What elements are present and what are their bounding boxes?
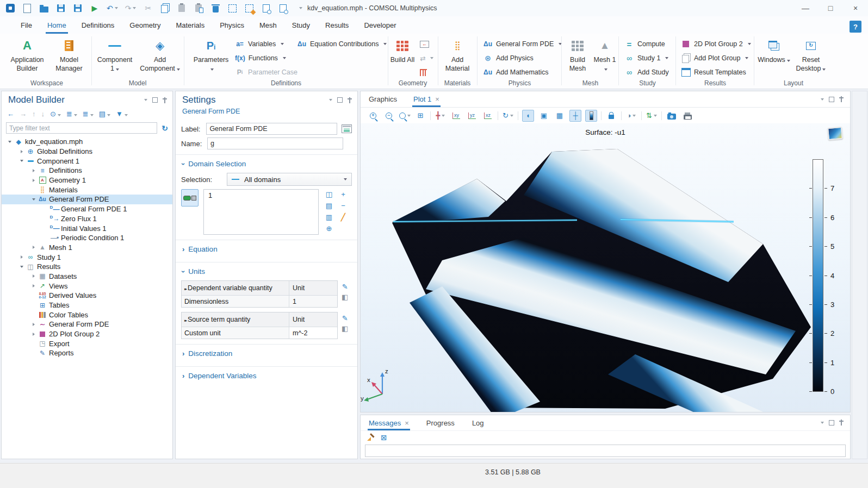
redo-icon[interactable]: ↷ xyxy=(125,3,137,14)
collapsed-side-strip[interactable] xyxy=(852,91,867,459)
panel-menu-icon[interactable] xyxy=(329,99,332,101)
create-selection-button[interactable]: ◫ xyxy=(324,189,334,199)
float-panel-icon[interactable] xyxy=(829,97,834,102)
paste-selection-button[interactable]: ▥ xyxy=(324,212,334,222)
expander-icon[interactable] xyxy=(30,323,38,326)
mesh-1-button[interactable]: ▲ Mesh 1 xyxy=(593,37,617,73)
close-button[interactable]: × xyxy=(843,0,868,16)
zoom-in-icon[interactable]: + xyxy=(367,110,379,122)
back-icon[interactable]: ← xyxy=(7,110,14,118)
add-to-selection-button[interactable]: + xyxy=(338,189,349,199)
cut-icon[interactable]: ✂ xyxy=(143,3,153,14)
menu-geometry[interactable]: Geometry xyxy=(122,16,168,34)
remove-from-selection-button[interactable]: − xyxy=(338,201,349,210)
float-panel-icon[interactable] xyxy=(152,97,158,103)
clear-selection-button[interactable]: ╱ xyxy=(338,212,349,222)
tree-item-general-form-pde[interactable]: Δu General Form PDE xyxy=(2,195,172,204)
pin-panel-icon[interactable] xyxy=(163,97,167,103)
table-row[interactable]: Custom unit m^-2 xyxy=(182,327,337,339)
filter-icon[interactable]: ▼ xyxy=(116,110,128,118)
tab-progress[interactable]: Progress xyxy=(426,415,455,430)
tree-item-initial-values-1[interactable]: D— Initial Values 1 xyxy=(2,223,172,233)
section-domain-selection[interactable]: › Domain Selection xyxy=(181,155,352,172)
pin-panel-icon[interactable] xyxy=(348,97,352,103)
help-button[interactable]: ? xyxy=(850,21,861,33)
refresh-icon[interactable]: ↻ xyxy=(162,124,168,133)
show-icon[interactable]: ⊙ xyxy=(50,110,61,118)
copy-selection-button[interactable]: ▤ xyxy=(324,201,334,210)
tree-item-materials[interactable]: ⣿ Materials xyxy=(2,185,172,195)
tree-item-export[interactable]: ◳ Export xyxy=(2,339,172,348)
find-replace-icon[interactable] xyxy=(278,3,288,14)
tree-item-periodic-condition-1[interactable]: —• Periodic Condition 1 xyxy=(2,233,172,243)
virtual-operations-button[interactable] xyxy=(420,66,427,78)
section-dependent-variables[interactable]: › Dependent Variables xyxy=(181,367,352,384)
menu-materials[interactable]: Materials xyxy=(168,16,212,34)
transparency-icon[interactable]: ▣ xyxy=(538,110,550,122)
collapse-all-icon[interactable]: ≣ xyxy=(66,110,77,118)
tree-item-color-tables[interactable]: Color Tables xyxy=(2,310,172,320)
save-as-icon[interactable] xyxy=(73,3,83,14)
panel-menu-icon[interactable] xyxy=(821,98,824,101)
delete-icon[interactable] xyxy=(210,3,220,14)
snapshot-icon[interactable] xyxy=(666,110,678,122)
zoom-box-icon[interactable] xyxy=(399,110,411,122)
tree-item-global-definitions[interactable]: ⊕ Global Definitions xyxy=(2,147,172,157)
functions-button[interactable]: f(x) Functions xyxy=(235,52,286,64)
duplicate-icon[interactable] xyxy=(194,3,203,14)
section-equation[interactable]: › Equation xyxy=(181,240,352,257)
expander-icon[interactable] xyxy=(30,246,38,249)
add-material-button[interactable]: ⣿ Add Material xyxy=(439,37,475,73)
table-row[interactable]: Dimensionless 1 xyxy=(182,296,337,307)
lock-view-icon[interactable] xyxy=(605,110,617,122)
comsol-logo-icon[interactable] xyxy=(5,3,15,14)
add-plot-group-button[interactable]: Add Plot Group xyxy=(681,52,748,64)
expander-icon[interactable] xyxy=(30,274,38,278)
physics-interface-button[interactable]: Δu General Form PDE xyxy=(483,38,562,50)
tree-item-general-form-pde-1[interactable]: D— General Form PDE 1 xyxy=(2,204,172,214)
menu-study[interactable]: Study xyxy=(284,16,318,34)
zoom-extents-icon[interactable]: ⊞ xyxy=(414,110,426,122)
parameters-button[interactable]: Pi Parameters xyxy=(191,37,231,73)
plot-thumbnail-icon[interactable] xyxy=(827,127,843,140)
zoom-to-selection-button[interactable]: ⊕ xyxy=(324,223,334,233)
show-axis-icon[interactable]: ┼ xyxy=(569,110,581,122)
tree-item-zero-flux-1[interactable]: D→ Zero Flux 1 xyxy=(2,214,172,224)
menu-definitions[interactable]: Definitions xyxy=(74,16,122,34)
result-templates-button[interactable]: Result Templates xyxy=(681,66,746,78)
expander-icon[interactable] xyxy=(6,141,14,143)
selection-list[interactable]: 1 xyxy=(203,189,319,235)
panel-menu-icon[interactable] xyxy=(821,422,824,424)
edit-quantity-button[interactable]: ✎ xyxy=(342,314,348,322)
tab-log[interactable]: Log xyxy=(472,415,484,430)
zoom-out-icon[interactable]: − xyxy=(383,110,395,122)
tree-item-reports[interactable]: ✎ Reports xyxy=(2,348,172,358)
run-icon[interactable]: ▶ xyxy=(90,3,100,14)
clear-table-icon[interactable]: ⊠ xyxy=(381,433,387,442)
menu-home[interactable]: Home xyxy=(40,16,74,34)
tree-item-datasets[interactable]: ▦ Datasets xyxy=(2,272,172,281)
expander-icon[interactable] xyxy=(18,266,26,268)
tree-item-study-1[interactable]: ∞ Study 1 xyxy=(2,252,172,262)
tree-item-derived-values[interactable]: Derived Values xyxy=(2,291,172,301)
expander-icon[interactable] xyxy=(30,198,38,201)
menu-mesh[interactable]: Mesh xyxy=(252,16,284,34)
section-discretization[interactable]: › Discretization xyxy=(181,345,352,361)
update-plot-icon[interactable]: ⇅ xyxy=(646,110,658,122)
application-builder-button[interactable]: A Application Builder xyxy=(5,37,49,73)
move-up-icon[interactable]: ↑ xyxy=(32,110,36,118)
tree-item-views[interactable]: ↗ Views xyxy=(2,281,172,291)
expander-icon[interactable] xyxy=(30,169,38,172)
unit-field-button[interactable]: ◧ xyxy=(342,293,348,301)
tree-item-tables[interactable]: ⊞ Tables xyxy=(2,301,172,310)
windows-button[interactable]: Windows xyxy=(757,37,791,65)
pin-panel-icon[interactable] xyxy=(839,96,844,102)
tree-item-2d-plot-group-2[interactable]: 2D Plot Group 2 xyxy=(2,329,172,339)
panel-menu-icon[interactable] xyxy=(144,99,147,101)
equation-contributions-button[interactable]: Δu Equation Contributions xyxy=(297,38,387,50)
float-panel-icon[interactable] xyxy=(829,420,834,426)
add-physics-button[interactable]: ⊛ Add Physics xyxy=(483,52,534,64)
label-field[interactable] xyxy=(206,123,337,135)
add-mathematics-button[interactable]: Δu Add Mathematics xyxy=(483,66,549,78)
import-geometry-button[interactable]: ← xyxy=(420,38,429,50)
